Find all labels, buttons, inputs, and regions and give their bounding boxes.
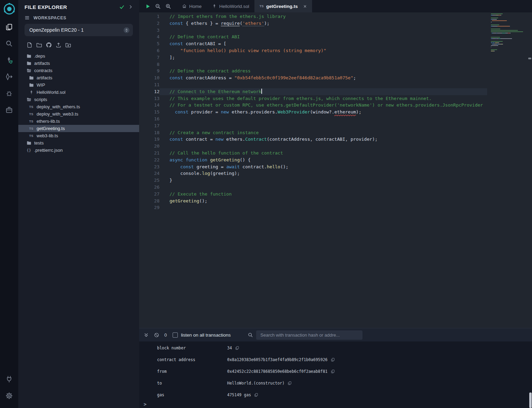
remix-logo[interactable] — [2, 2, 16, 16]
code-line[interactable]: 4// Define the contract ABI — [139, 33, 487, 40]
deploy-run-icon[interactable] — [0, 68, 18, 85]
activity-bar — [0, 0, 18, 408]
code-line[interactable]: 11 — [139, 81, 487, 88]
tree-item[interactable]: artifacts — [18, 74, 139, 81]
code-line[interactable]: 3 — [139, 27, 487, 34]
editor-scrollbar[interactable] — [528, 12, 532, 328]
transaction-search-input[interactable] — [256, 330, 362, 340]
solidity-compiler-icon[interactable] — [0, 52, 18, 68]
search-icon[interactable] — [0, 35, 18, 52]
tree-item[interactable]: TSdeploy_with_ethers.ts — [18, 103, 139, 110]
code-line[interactable]: 25} — [139, 177, 487, 184]
workspace-dropdown-caret-icon[interactable] — [124, 27, 129, 33]
tree-item-label: web3-lib.ts — [37, 133, 58, 138]
check-icon[interactable] — [119, 4, 125, 10]
close-tab-icon[interactable] — [303, 4, 307, 8]
new-folder-icon[interactable] — [36, 42, 42, 48]
line-number: 17 — [139, 122, 159, 129]
editor-scrollbar-thumb[interactable] — [528, 58, 531, 59]
code-editor[interactable]: 1// Import ethers from the ethers.js lib… — [139, 12, 532, 328]
line-content: // Connect to the Ethereum network — [159, 88, 487, 95]
zoom-in-icon[interactable] — [165, 3, 171, 9]
file-explorer-icon[interactable] — [0, 19, 18, 35]
code-line[interactable]: 23 const greeting = await contract.hello… — [139, 163, 487, 170]
tree-item[interactable]: TSweb3-lib.ts — [18, 132, 139, 139]
code-line[interactable]: 15 const provider = new ethers.providers… — [139, 109, 487, 116]
copy-icon[interactable] — [331, 358, 335, 362]
tree-item[interactable]: .deps — [18, 52, 139, 60]
ts-icon: TS — [28, 112, 34, 116]
tree-item[interactable]: TSdeploy_with_web3.ts — [18, 110, 139, 118]
tx-detail-label: to — [157, 381, 227, 386]
tree-item[interactable]: WIP — [18, 81, 139, 89]
tree-item[interactable]: {}.prettierrc.json — [18, 147, 139, 154]
copy-icon[interactable] — [235, 346, 239, 350]
line-number: 5 — [139, 40, 159, 47]
listen-all-transactions-checkbox[interactable] — [173, 332, 178, 338]
tree-item[interactable]: HelloWorld.sol — [18, 89, 139, 96]
new-file-icon[interactable] — [27, 42, 32, 48]
plugins-icon[interactable] — [0, 101, 18, 118]
line-content: // Call the hello function of the contra… — [159, 150, 487, 157]
code-line[interactable]: 2const { ethers } = require('ethers'); — [139, 20, 487, 27]
copy-icon[interactable] — [254, 393, 258, 397]
code-line[interactable]: 9// Define the contract address — [139, 68, 487, 74]
code-line[interactable]: 17 — [139, 122, 487, 129]
line-number: 26 — [139, 184, 159, 191]
hamburger-icon[interactable] — [25, 15, 30, 20]
run-button[interactable] — [145, 4, 151, 9]
workspace-dropdown[interactable]: OpenZeppelin ERC20 - 1 — [25, 24, 133, 36]
copy-icon[interactable] — [288, 381, 292, 385]
tree-item[interactable]: TSethers-lib.ts — [18, 118, 139, 125]
code-line[interactable]: 13// This example uses the default provi… — [139, 95, 487, 102]
code-line[interactable]: 26 — [139, 184, 487, 191]
collapse-terminal-icon[interactable] — [144, 332, 149, 338]
code-line[interactable]: 19const contract = new ethers.Contract(c… — [139, 136, 487, 143]
upload-file-icon[interactable] — [56, 42, 61, 48]
code-line[interactable]: 12// Connect to the Ethereum network — [139, 88, 487, 95]
copy-icon[interactable] — [331, 369, 335, 374]
code-line[interactable]: 24 console.log(greeting); — [139, 170, 487, 177]
code-line[interactable]: 18// Create a new contract instance — [139, 129, 487, 136]
tree-item[interactable]: scripts — [18, 96, 139, 103]
settings-icon[interactable] — [0, 387, 18, 404]
github-icon[interactable] — [46, 42, 52, 48]
transaction-detail-row: toHelloWorld.(constructor) — [139, 377, 532, 389]
code-line[interactable]: 20 — [139, 143, 487, 150]
code-line[interactable]: 29 — [139, 204, 487, 211]
code-line[interactable]: 10const contractAddress = "0xb54febb5c0c… — [139, 74, 487, 81]
debugger-icon[interactable] — [0, 85, 18, 101]
line-content: const contract = new ethers.Contract(con… — [159, 136, 487, 143]
code-line[interactable]: 14// For a testnet or custom RPC, use et… — [139, 102, 487, 109]
code-line[interactable]: 7]; — [139, 54, 487, 61]
terminal-prompt[interactable]: > — [144, 401, 146, 407]
clear-console-icon[interactable] — [154, 332, 159, 338]
code-line[interactable]: 21// Call the hello function of the cont… — [139, 150, 487, 157]
line-content: // Create a new contract instance — [159, 129, 487, 136]
code-line[interactable]: 28getGreeting(); — [139, 198, 487, 205]
tree-item[interactable]: TSgetGreeting.ts — [18, 125, 139, 132]
line-number: 21 — [139, 150, 159, 157]
code-line[interactable]: 6 "function hello() public view returns … — [139, 47, 487, 54]
remix-ide-app: FILE EXPLORER WORKSPACES OpenZeppelin ER… — [0, 0, 532, 408]
tab-getgreeting-ts[interactable]: TSgetGreeting.ts — [254, 0, 312, 12]
tab-helloworld-sol[interactable]: HelloWorld.sol — [207, 0, 254, 12]
minimap[interactable] — [491, 13, 528, 53]
upload-folder-icon[interactable] — [65, 42, 71, 48]
code-line[interactable]: 22async function getGreeting() { — [139, 157, 487, 163]
transaction-detail-row: gas475149 gas — [139, 389, 532, 401]
tree-item[interactable]: tests — [18, 139, 139, 147]
tree-item[interactable]: artifacts — [18, 60, 139, 67]
zoom-out-icon[interactable] — [155, 3, 161, 9]
tab-home[interactable]: Home — [177, 0, 207, 12]
plugin-manager-icon[interactable] — [0, 371, 18, 387]
chevron-right-icon[interactable] — [128, 4, 133, 9]
code-line[interactable]: 1// Import ethers from the ethers.js lib… — [139, 13, 487, 20]
code-line[interactable]: 16 — [139, 116, 487, 122]
code-line[interactable]: 27// Execute the function — [139, 191, 487, 198]
code-line[interactable]: 8 — [139, 61, 487, 68]
code-line[interactable]: 5const contractABI = [ — [139, 40, 487, 47]
terminal-scrollbar-thumb[interactable] — [529, 392, 532, 408]
tree-item[interactable]: contracts — [18, 67, 139, 74]
line-number: 6 — [139, 47, 159, 54]
